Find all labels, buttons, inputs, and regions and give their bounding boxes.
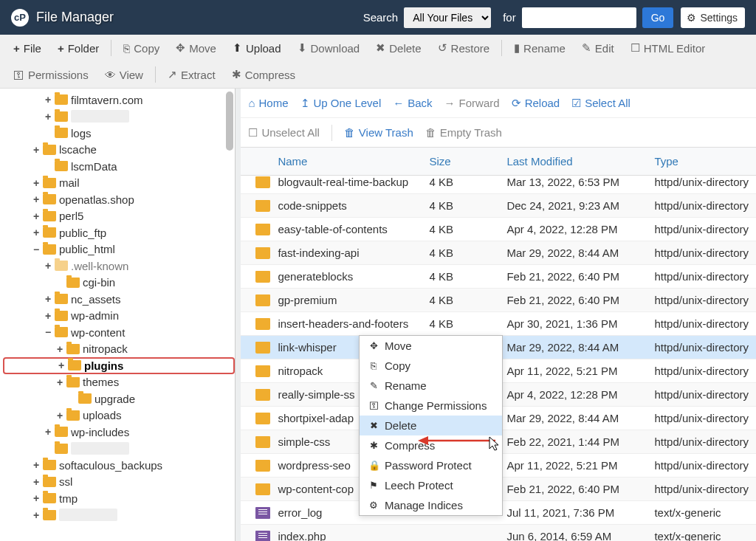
tree-toggle[interactable]: + — [43, 311, 53, 321]
tree-item-tmp[interactable]: +tmp — [3, 490, 235, 507]
menu-copy[interactable]: ⎘Copy — [360, 356, 502, 376]
tree-item-themes[interactable]: +themes — [3, 374, 235, 391]
tree-toggle[interactable]: + — [31, 211, 41, 221]
menu-rename[interactable]: ✎Rename — [360, 376, 502, 396]
search-scope-select[interactable]: All Your Files — [404, 7, 491, 28]
view-button[interactable]: 👁View — [97, 63, 151, 86]
tree-toggle[interactable]: + — [56, 360, 66, 371]
table-row[interactable]: code-snippets4 KBDec 24, 2021, 9:23 AMht… — [241, 194, 756, 218]
tree-item-lscmData[interactable]: lscmData — [3, 158, 235, 175]
file-button[interactable]: +File — [6, 37, 49, 59]
restore-button[interactable]: ↺Restore — [430, 37, 498, 59]
view-trash-button[interactable]: 🗑View Trash — [344, 126, 413, 139]
tree-item-cgi-bin[interactable]: cgi-bin — [3, 275, 235, 292]
tree-item-wp-content[interactable]: −wp-content — [3, 324, 235, 341]
tree-item-redacted[interactable] — [3, 441, 235, 458]
tree-toggle[interactable]: − — [43, 327, 53, 337]
menu-manage-indices[interactable]: ⚙Manage Indices — [360, 495, 502, 515]
rename-button[interactable]: ▮Rename — [506, 37, 573, 59]
tree-item-openatlas.shop[interactable]: +openatlas.shop — [3, 191, 235, 208]
unselect-all-button[interactable]: ☐Unselect All — [248, 126, 319, 139]
home-button[interactable]: ⌂Home — [248, 97, 288, 109]
col-type[interactable]: Type — [647, 155, 756, 168]
col-modified[interactable]: Last Modified — [499, 155, 647, 168]
tree-toggle[interactable]: + — [43, 294, 53, 304]
tree-item-ssl[interactable]: +ssl — [3, 474, 235, 491]
tree-toggle[interactable]: + — [43, 261, 53, 271]
tree-item-public_html[interactable]: −public_html — [3, 241, 235, 258]
tree-item-upgrade[interactable]: upgrade — [3, 390, 235, 407]
tree-item-public_ftp[interactable]: +public_ftp — [3, 224, 235, 241]
tree-item-filmtavern.com[interactable]: +filmtavern.com — [3, 92, 226, 108]
edit-button[interactable]: ✎Edit — [574, 37, 622, 59]
tree-item-nc_assets[interactable]: +nc_assets — [3, 291, 235, 308]
tree-toggle[interactable]: + — [43, 111, 53, 122]
permissions-button[interactable]: ⚿Permissions — [6, 63, 96, 86]
table-row[interactable]: fast-indexing-api4 KBMar 29, 2022, 8:44 … — [241, 241, 756, 265]
table-row[interactable]: gp-premium4 KBFeb 21, 2022, 6:40 PMhttpd… — [241, 289, 756, 312]
tree-item-lscache[interactable]: +lscache — [3, 142, 235, 159]
table-row[interactable]: blogvault-real-time-backup4 KBMar 13, 20… — [241, 170, 756, 194]
col-name[interactable]: Name — [270, 155, 422, 168]
tree-toggle[interactable]: + — [55, 377, 65, 387]
empty-trash-button[interactable]: 🗑Empty Trash — [425, 126, 502, 139]
scrollbar-handle[interactable] — [226, 92, 233, 151]
tree-item-wp-admin[interactable]: +wp-admin — [3, 308, 235, 325]
settings-button[interactable]: ⚙Settings — [681, 7, 745, 28]
tree-toggle[interactable]: + — [31, 460, 41, 470]
upload-button[interactable]: ⬆Upload — [225, 37, 289, 59]
tree-label: logs — [71, 127, 92, 139]
extract-button[interactable]: ↗Extract — [160, 63, 223, 86]
folder-button[interactable]: +Folder — [50, 37, 106, 59]
tree-toggle[interactable]: + — [31, 194, 41, 204]
tree-item-uploads[interactable]: +uploads — [3, 407, 235, 424]
tree-item-mail[interactable]: +mail — [3, 175, 235, 192]
delete-button[interactable]: ✖Delete — [368, 37, 428, 59]
compress-button[interactable]: ✱Compress — [224, 63, 303, 86]
tree-toggle[interactable]: + — [55, 410, 65, 421]
tree-item-softaculous_backups[interactable]: +softaculous_backups — [3, 457, 235, 474]
select-all-button[interactable]: ☑Select All — [571, 97, 630, 110]
table-row[interactable]: insert-headers-and-footers4 KBApr 30, 20… — [241, 312, 756, 336]
tree-toggle[interactable]: + — [43, 427, 53, 437]
copy-button[interactable]: ⎘Copy — [116, 37, 167, 59]
menu-password-protect[interactable]: 🔒Password Protect — [360, 455, 502, 475]
search-input[interactable] — [522, 7, 636, 28]
tree-label: tmp — [59, 492, 78, 505]
go-button[interactable]: Go — [642, 7, 674, 28]
reload-button[interactable]: ⟳Reload — [512, 97, 560, 110]
menu-compress[interactable]: ✱Compress — [360, 435, 502, 455]
tree-toggle[interactable]: + — [55, 344, 65, 354]
col-size[interactable]: Size — [422, 155, 499, 168]
tree-panel[interactable]: +filmtavern.com+ logs+lscachelscmData+ma… — [0, 89, 236, 541]
tree-toggle[interactable]: + — [31, 145, 41, 155]
tree-item-nitropack[interactable]: +nitropack — [3, 341, 235, 358]
forward-button[interactable]: →Forward — [444, 97, 500, 109]
tree-toggle[interactable]: + — [31, 178, 41, 188]
tree-toggle[interactable]: + — [31, 510, 41, 520]
tree-item-wp-includes[interactable]: +wp-includes — [3, 424, 235, 441]
tree-toggle[interactable]: + — [31, 477, 41, 487]
tree-item-perl5[interactable]: +perl5 — [3, 208, 235, 225]
menu-move[interactable]: ✥Move — [360, 336, 502, 356]
tree-item-logs[interactable]: logs — [3, 125, 235, 142]
download-button[interactable]: ⬇Download — [290, 37, 368, 59]
menu-change-permissions[interactable]: ⚿Change Permissions — [360, 396, 502, 416]
tree-toggle[interactable]: + — [43, 94, 53, 105]
table-row[interactable]: easy-table-of-contents4 KBApr 4, 2022, 1… — [241, 218, 756, 241]
tree-toggle[interactable]: − — [31, 244, 41, 255]
tree-toggle[interactable]: + — [31, 493, 41, 503]
tree-item-plugins[interactable]: +plugins — [3, 357, 235, 374]
menu-delete[interactable]: ✖Delete — [360, 416, 502, 435]
up-button[interactable]: ↥Up One Level — [300, 97, 382, 110]
menu-leech-protect[interactable]: ⚑Leech Protect — [360, 475, 502, 495]
tree-item-redacted[interactable]: + — [3, 108, 235, 125]
html-editor-button[interactable]: ☐HTML Editor — [623, 37, 713, 59]
table-row[interactable]: generateblocks4 KBFeb 21, 2022, 6:40 PMh… — [241, 265, 756, 289]
back-button[interactable]: ←Back — [393, 97, 432, 109]
tree-toggle[interactable]: + — [31, 227, 41, 238]
tree-item-.well-known[interactable]: +.well-known — [3, 258, 235, 275]
move-button[interactable]: ✥Move — [168, 37, 224, 59]
tree-item-redacted[interactable]: + — [3, 507, 235, 524]
table-row[interactable]: index.phpJun 6, 2014, 6:59 AMtext/x-gene… — [241, 525, 756, 541]
